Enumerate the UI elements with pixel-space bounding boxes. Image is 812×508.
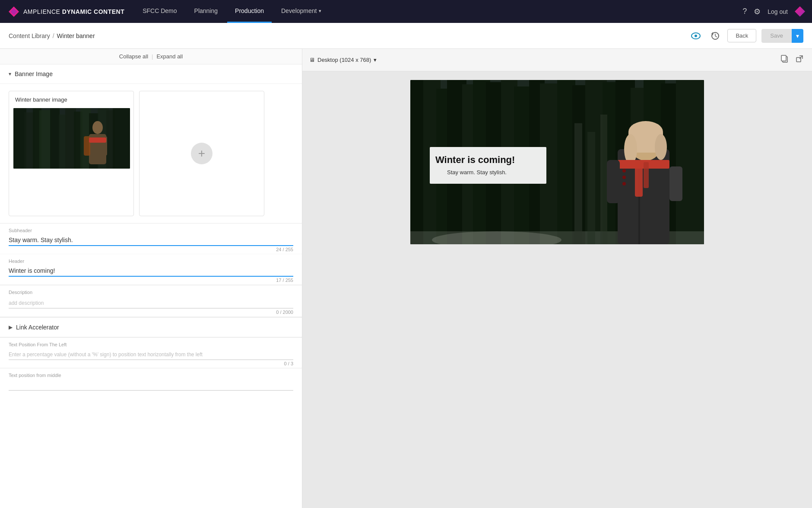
svg-point-63 xyxy=(622,169,626,173)
preview-eye-button[interactable] xyxy=(688,30,703,42)
breadcrumb: Content Library / Winter banner xyxy=(9,32,688,39)
save-button-group: Save ▾ xyxy=(761,29,803,43)
svg-rect-51 xyxy=(587,132,595,244)
save-dropdown-button[interactable]: ▾ xyxy=(792,29,803,43)
description-field: Description 0 / 2000 xyxy=(0,285,302,317)
breadcrumb-current-page: Winter banner xyxy=(57,32,95,39)
breadcrumb-actions: Back Save ▾ xyxy=(688,29,803,43)
banner-image-section-title: Banner Image xyxy=(15,70,53,77)
eye-icon xyxy=(691,32,701,39)
image-card-1-label: Winter banner image xyxy=(9,91,133,108)
settings-button[interactable]: ⚙ xyxy=(754,7,761,16)
svg-rect-18 xyxy=(113,108,130,169)
svg-point-58 xyxy=(655,134,667,160)
plus-icon: + xyxy=(198,147,205,160)
nav-items: SFCC Demo Planning Production Developmen… xyxy=(135,0,742,23)
top-navigation: AMPLIENCE DYNAMIC CONTENT SFCC Demo Plan… xyxy=(0,0,812,23)
svg-rect-66 xyxy=(635,162,643,197)
svg-point-3 xyxy=(695,35,697,37)
breadcrumb-bar: Content Library / Winter banner Back Sav… xyxy=(0,23,812,49)
brand-name: AMPLIENCE DYNAMIC CONTENT xyxy=(23,8,124,15)
nav-sfcc-demo[interactable]: SFCC Demo xyxy=(135,0,184,23)
image-cards-container: Winter banner image xyxy=(0,84,302,223)
subheader-label: Subheader xyxy=(9,228,293,233)
banner-preview-svg: Winter is coming! Stay warm. Stay stylis… xyxy=(410,80,704,244)
history-icon xyxy=(711,32,720,40)
preview-toolbar: 🖥 Desktop (1024 x 768) ▾ xyxy=(302,49,812,71)
description-input[interactable] xyxy=(9,297,293,309)
chevron-down-icon: ▾ xyxy=(319,8,321,14)
svg-rect-61 xyxy=(669,166,682,201)
banner-image-section-header[interactable]: ▾ Banner Image xyxy=(0,64,302,84)
link-accelerator-title: Link Accelerator xyxy=(16,324,59,331)
svg-text:Winter is coming!: Winter is coming! xyxy=(435,154,515,165)
image-thumbnail-1 xyxy=(13,108,130,169)
nav-right-actions: ? ⚙ Log out xyxy=(742,6,805,17)
save-button[interactable]: Save xyxy=(761,29,792,43)
main-layout: Collapse all | Expand all ▾ Banner Image… xyxy=(0,49,812,508)
text-position-middle-input[interactable] xyxy=(9,380,293,391)
device-selector[interactable]: 🖥 Desktop (1024 x 768) ▾ xyxy=(309,57,377,63)
expand-all-button[interactable]: Expand all xyxy=(156,53,183,60)
subheader-field: Subheader 24 / 255 xyxy=(0,224,302,254)
amplience-logo xyxy=(7,5,21,19)
svg-point-65 xyxy=(622,182,626,185)
image-card-add[interactable]: + xyxy=(139,91,264,216)
nav-development[interactable]: Development ▾ xyxy=(273,0,329,23)
nav-production[interactable]: Production xyxy=(227,0,272,23)
section-collapse-icon: ▾ xyxy=(9,71,11,77)
svg-rect-67 xyxy=(644,162,649,188)
svg-point-19 xyxy=(92,121,103,134)
collapse-all-button[interactable]: Collapse all xyxy=(119,53,148,60)
chevron-down-icon: ▾ xyxy=(796,32,799,39)
svg-rect-62 xyxy=(607,160,620,203)
svg-rect-25 xyxy=(781,55,786,61)
preview-action-buttons xyxy=(779,53,805,67)
text-position-left-char-count: 0 / 3 xyxy=(9,361,293,366)
device-label: Desktop (1024 x 768) xyxy=(317,57,371,63)
nav-planning[interactable]: Planning xyxy=(187,0,226,23)
banner-preview: Winter is coming! Stay warm. Stay stylis… xyxy=(410,80,704,244)
svg-rect-50 xyxy=(574,123,582,244)
preview-frame: Winter is coming! Stay warm. Stay stylis… xyxy=(410,80,704,244)
chevron-down-icon: ▾ xyxy=(374,57,377,63)
panel-toolbar: Collapse all | Expand all xyxy=(0,49,302,64)
preview-area: Winter is coming! Stay warm. Stay stylis… xyxy=(302,71,812,508)
link-accelerator-section[interactable]: ▶ Link Accelerator xyxy=(0,317,302,337)
image-card-1[interactable]: Winter banner image xyxy=(9,91,134,216)
svg-point-64 xyxy=(622,176,626,179)
text-position-left-input[interactable] xyxy=(9,349,293,360)
open-external-button[interactable] xyxy=(794,53,805,67)
winter-banner-thumbnail xyxy=(13,108,130,169)
copy-preview-button[interactable] xyxy=(779,53,790,67)
right-panel: 🖥 Desktop (1024 x 768) ▾ xyxy=(302,49,812,508)
copy-icon xyxy=(781,55,789,63)
svg-rect-52 xyxy=(600,115,607,244)
subheader-char-count: 24 / 255 xyxy=(9,247,293,252)
svg-rect-10 xyxy=(50,108,60,169)
history-button[interactable] xyxy=(708,29,722,43)
header-field: Header 17 / 255 xyxy=(0,254,302,285)
text-position-left-label: Text Position From The Left xyxy=(9,342,293,347)
external-link-icon xyxy=(796,55,803,63)
add-image-button[interactable]: + xyxy=(191,143,213,164)
help-button[interactable]: ? xyxy=(742,7,747,16)
svg-rect-9 xyxy=(39,110,51,169)
toolbar-separator: | xyxy=(152,53,153,60)
description-label: Description xyxy=(9,290,293,295)
breadcrumb-library-link[interactable]: Content Library xyxy=(9,32,50,39)
back-button[interactable]: Back xyxy=(727,29,756,42)
header-input[interactable] xyxy=(9,265,293,277)
subheader-input[interactable] xyxy=(9,235,293,246)
brand-diamond-icon xyxy=(795,6,805,17)
svg-rect-23 xyxy=(89,137,106,143)
logout-button[interactable]: Log out xyxy=(768,8,788,15)
svg-rect-69 xyxy=(430,147,546,184)
text-position-middle-field: Text position from middle xyxy=(0,368,302,393)
svg-point-57 xyxy=(624,134,637,164)
header-char-count: 17 / 255 xyxy=(9,278,293,283)
text-position-left-field: Text Position From The Left 0 / 3 xyxy=(0,338,302,368)
svg-text:Stay warm. Stay stylish.: Stay warm. Stay stylish. xyxy=(447,169,507,176)
text-position-middle-label: Text position from middle xyxy=(9,373,293,378)
left-panel: Collapse all | Expand all ▾ Banner Image… xyxy=(0,49,302,508)
